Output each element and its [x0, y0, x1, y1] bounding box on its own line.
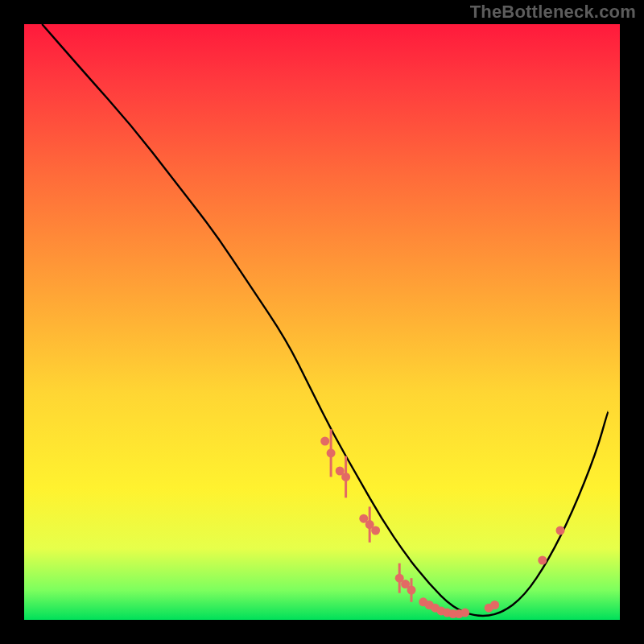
- data-point-marker: [538, 556, 547, 565]
- bottleneck-curve: [42, 24, 608, 616]
- data-point-marker: [490, 601, 499, 609]
- watermark-text: TheBottleneck.com: [470, 2, 636, 23]
- data-point-marker: [460, 609, 469, 617]
- chart-svg: [24, 24, 620, 620]
- data-point-marker: [341, 473, 350, 481]
- data-point-marker: [407, 586, 416, 595]
- data-point-marker: [327, 448, 336, 457]
- chart-frame: TheBottleneck.com: [0, 0, 644, 644]
- plot-outer: [24, 24, 620, 620]
- data-point-marker: [371, 526, 380, 535]
- data-point-marker: [320, 437, 329, 446]
- data-point-marker: [556, 526, 565, 535]
